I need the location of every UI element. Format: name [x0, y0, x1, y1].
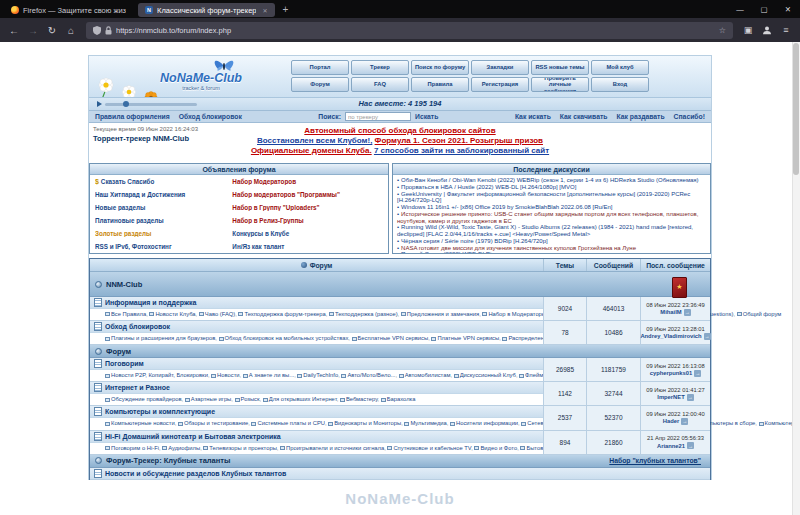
discussion-link[interactable]: Оби-Ван Кеноби / Obi-Wan Kenobi (2022) W… — [401, 177, 699, 183]
announcement-panel-link[interactable]: RSS и IPv6, Фотохостинг — [95, 243, 230, 250]
nav-button[interactable]: Трекер — [351, 60, 409, 75]
talents-recruit-link[interactable]: Набор "клубных талантов" — [609, 457, 705, 464]
discussion-link[interactable]: GeekUniversity | Факультет информационно… — [397, 191, 690, 204]
scrollbar[interactable] — [792, 42, 800, 515]
subforum-item: Носители информации — [450, 420, 521, 426]
discussion-link[interactable]: Прорваться в НБА / Hustle (2022) WEB-DL … — [401, 184, 576, 190]
bookmark-star-icon[interactable]: ☆ — [719, 26, 726, 35]
forum-icon — [94, 298, 102, 307]
category-link[interactable]: Форум-Трекер: Клубные таланты — [106, 456, 230, 465]
url-text: https://nnmclub.to/forum/index.php — [116, 26, 715, 35]
last-post-user[interactable]: cypherpunks01 — [650, 370, 693, 376]
discussion-link[interactable]: Первый Оскар (2022) WEB-DLRip — [401, 251, 495, 253]
subforum-item: Видеокарты и Мониторы — [328, 420, 404, 426]
nav-button[interactable]: Правила — [411, 77, 469, 92]
new-tab-button[interactable]: + — [276, 4, 296, 15]
window-close-button[interactable]: ✕ — [776, 0, 800, 18]
announcement-panel-link[interactable]: Набор Модераторов — [232, 178, 385, 185]
nav-button[interactable]: FAQ — [351, 77, 409, 92]
last-post-user[interactable]: Arianne21 — [657, 443, 685, 449]
announcement-panel-link[interactable]: Набор в Группу "Uploaders" — [232, 204, 385, 211]
browser-tab-firefox[interactable]: Firefox — Защитите свою жиз — [4, 3, 133, 17]
announcement-panel-link[interactable]: Новые разделы — [95, 204, 230, 211]
announcement-panel-link[interactable]: Набор модераторов "Программы" — [232, 191, 385, 198]
announcement-panel-link[interactable]: Платиновые разделы — [95, 217, 230, 224]
extensions-icon[interactable]: ▣ — [739, 21, 757, 39]
discussion-link[interactable]: Чёрная серия / Série noire (1979) BDRip … — [401, 238, 548, 244]
discussion-link[interactable]: Историческое решение принято: USB-C стан… — [397, 211, 698, 224]
nav-button[interactable]: Поиск по форуму — [411, 60, 469, 75]
nav-button[interactable]: Проверить личные сообщения — [531, 77, 589, 92]
forum-title-link[interactable]: Обход блокировок — [105, 323, 170, 330]
goto-last-post-icon[interactable]: → — [687, 394, 694, 401]
latest-discussions-panel: Последние дискуссии •Оби-Ван Кеноби / Ob… — [392, 163, 711, 254]
home-button[interactable]: ⌂ — [62, 21, 80, 39]
menu-link[interactable]: Как искать — [515, 113, 551, 120]
announcement-panel-link[interactable]: Ин/Яз как талант — [232, 243, 385, 250]
reload-button[interactable]: ↻ — [43, 21, 61, 39]
last-post-user[interactable]: Hader — [663, 418, 679, 424]
last-post-user[interactable]: ImperNET — [657, 394, 684, 400]
nav-button[interactable]: Вход — [591, 77, 649, 92]
announcement-panel-link[interactable]: Набор в Релиз-Группы — [232, 217, 385, 224]
folder-icon — [203, 446, 208, 450]
goto-last-post-icon[interactable]: → — [687, 442, 694, 449]
scrollbar-thumb[interactable] — [793, 43, 799, 175]
goto-last-post-icon[interactable]: → — [681, 418, 688, 425]
site-logo-title[interactable]: NoNaMe-Club tracker & forum — [141, 71, 261, 91]
menu-link[interactable]: Правила оформления — [95, 113, 170, 120]
shield-icon[interactable] — [93, 26, 101, 35]
forum-title-link[interactable]: Поговорим — [105, 360, 144, 367]
category-link[interactable]: NNM-Club — [106, 280, 142, 289]
forum-title-link[interactable]: Компьютеры и комплектующие — [105, 408, 215, 415]
discussion-link[interactable]: NASA готовит две миссии для изучения таи… — [401, 245, 636, 251]
announcement-link[interactable]: Формула 1. Сезон 2021. Розыгрыш призов — [375, 136, 543, 145]
forum-title-link[interactable]: Информация и поддержка — [105, 299, 196, 306]
announcement-link[interactable]: Автономный способ обхода блокировок сайт… — [304, 126, 495, 135]
menu-link[interactable]: Обход блокировок — [179, 113, 242, 120]
goto-last-post-icon[interactable]: → — [684, 309, 691, 316]
nav-button[interactable]: Форум — [291, 77, 349, 92]
nav-button[interactable]: Закладки — [471, 60, 529, 75]
category-link[interactable]: Форум — [106, 347, 131, 356]
forum-title-link[interactable]: Hi-Fi Домашний кинотеатр и Бытовая элект… — [105, 433, 281, 440]
goto-last-post-icon[interactable]: → — [704, 333, 711, 340]
back-button[interactable]: ← — [5, 21, 23, 39]
forum-title-link[interactable]: Интернет и Разное — [105, 384, 170, 391]
discussion-link[interactable]: Running Wild (X-Wild, Toxic Taste, Giant… — [397, 224, 693, 237]
nav-button[interactable]: RSS новые темы — [531, 60, 589, 75]
window-maximize-button[interactable]: ▢ — [752, 0, 776, 18]
menu-link[interactable]: Как скачивать — [560, 113, 608, 120]
window-minimize-button[interactable]: — — [728, 0, 752, 18]
nav-button[interactable]: Портал — [291, 60, 349, 75]
announcement-link[interactable]: 7 способов зайти на заблокированный сайт — [374, 146, 549, 155]
last-post-user[interactable]: MihailM — [660, 309, 681, 315]
menu-link[interactable]: Как раздавать — [616, 113, 664, 120]
search-button[interactable]: Искать — [415, 113, 438, 120]
firefox-favicon — [11, 6, 19, 14]
tab-close-icon[interactable]: ✕ — [260, 7, 267, 14]
discussion-link[interactable]: Windows 11 16in1 +/- [x86] Office 2019 b… — [401, 204, 612, 210]
folder-icon — [502, 337, 507, 341]
search-input[interactable] — [345, 112, 411, 121]
folder-icon — [474, 446, 479, 450]
browser-tab-forum[interactable]: N Классический форум-трекер ✕ — [138, 3, 274, 17]
forward-button[interactable]: → — [24, 21, 42, 39]
announcement-panel-link[interactable]: Золотые разделы — [95, 230, 230, 237]
address-bar[interactable]: https://nnmclub.to/forum/index.php ☆ — [86, 22, 733, 39]
nav-button[interactable]: Мой клуб — [591, 60, 649, 75]
account-icon[interactable] — [758, 21, 776, 39]
announcement-panel-link[interactable]: Конкурсы в Клубе — [232, 230, 385, 237]
goto-last-post-icon[interactable]: → — [694, 370, 701, 377]
discussion-item: •Running Wild (X-Wild, Toxic Taste, Gian… — [397, 224, 706, 238]
hamburger-menu-icon[interactable]: ≡ — [777, 21, 795, 39]
nav-button[interactable]: Регистрация — [471, 77, 529, 92]
last-post-user[interactable]: Andrey_Vladimirovich — [640, 333, 701, 339]
announcement-link[interactable]: Официальные домены Клуба. — [251, 146, 372, 155]
announcement-panel-link[interactable]: Сказать Спасибо — [95, 178, 230, 185]
bullet-icon: • — [397, 177, 399, 183]
announcement-link[interactable]: Восстановлен всем Клубом!, — [257, 136, 372, 145]
announcement-panel-link[interactable]: Наш Хитпарад и Достижения — [95, 191, 230, 198]
forum-title-link[interactable]: Новости и обсуждение разделов Клубных та… — [105, 470, 286, 477]
menu-link[interactable]: Спасибо! — [674, 113, 705, 120]
